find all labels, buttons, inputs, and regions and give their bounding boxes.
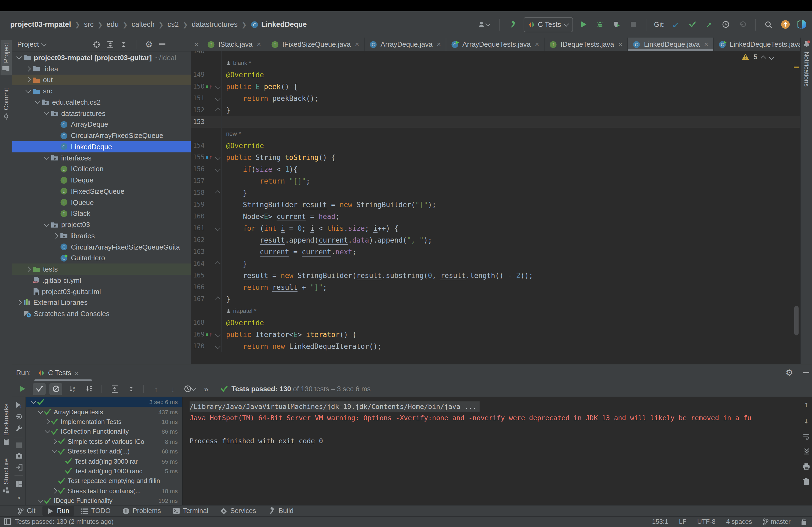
toolwindow-stripe-notifications[interactable]: Notifications — [803, 51, 810, 87]
editor-line[interactable]: 153 — [191, 116, 800, 128]
breadcrumb-item[interactable]: edu — [106, 20, 119, 28]
breadcrumb-item[interactable]: project03-rmpatel — [10, 20, 71, 28]
chevron-right-icon[interactable] — [26, 267, 31, 272]
fold-marker-icon[interactable] — [215, 84, 220, 89]
collapse-all-button[interactable] — [120, 41, 127, 48]
chevron-down-icon[interactable] — [38, 408, 43, 414]
chevron-down-icon[interactable] — [44, 154, 49, 160]
editor-line[interactable]: 156 if(size < 1){ — [191, 163, 800, 175]
scroll-to-end-button[interactable] — [803, 448, 810, 454]
tree-item[interactable]: src — [12, 86, 191, 97]
editor-line[interactable]: 164 } — [191, 258, 800, 269]
override-marker-icon[interactable] — [206, 156, 208, 159]
override-marker-icon[interactable] — [206, 333, 208, 336]
breadcrumb-item[interactable]: datastructures — [192, 20, 238, 28]
breadcrumb-item[interactable]: cs2 — [168, 20, 179, 28]
line-separator-widget[interactable]: LF — [679, 518, 686, 525]
toolwindow-button-problems[interactable]: Problems — [118, 506, 166, 516]
editor-line[interactable]: blank * — [191, 57, 800, 69]
debug-button[interactable] — [595, 18, 606, 30]
build-project-button[interactable] — [507, 18, 519, 30]
scroll-up-icon[interactable]: ↑ — [804, 400, 809, 408]
toolwindow-button-services[interactable]: Services — [215, 506, 261, 516]
editor-tab[interactable]: CArrayDequeTests.java× — [446, 37, 545, 51]
layout-settings-button[interactable] — [15, 481, 22, 487]
close-icon[interactable]: × — [437, 40, 441, 48]
chevron-down-icon[interactable] — [38, 497, 43, 502]
collapse-all-button[interactable] — [125, 383, 137, 395]
code-with-me-button[interactable] — [796, 18, 808, 30]
expand-all-button[interactable] — [108, 383, 121, 395]
fold-marker-icon[interactable] — [215, 107, 220, 113]
git-commit-button[interactable] — [686, 18, 698, 30]
editor-tab[interactable]: CLinkedDequeTests.java× — [714, 37, 812, 51]
editor-line[interactable]: riapatel * — [191, 305, 800, 317]
git-push-button[interactable]: ↗ — [703, 18, 715, 30]
indent-widget[interactable]: 4 spaces — [726, 518, 752, 525]
editor-tab[interactable]: IIFixedSizeQueue.java× — [266, 37, 365, 51]
rerun-tests-button[interactable] — [16, 383, 29, 395]
test-history-button[interactable] — [183, 383, 196, 395]
editor-line[interactable]: 150↑public E peek() { — [191, 80, 800, 92]
tree-item[interactable]: Scratches and Consoles — [12, 308, 191, 320]
coverage-button[interactable] — [611, 18, 623, 30]
tree-item[interactable]: IIStack — [12, 208, 191, 219]
hide-panel-button[interactable] — [803, 372, 809, 374]
tree-item[interactable]: interfaces — [12, 152, 191, 164]
notifications-bell-icon[interactable] — [803, 40, 810, 48]
tree-item[interactable]: project03 — [12, 219, 191, 230]
toolwindow-stripe-structure[interactable]: Structure — [1, 455, 12, 497]
chevron-right-icon[interactable] — [53, 233, 58, 239]
fold-marker-icon[interactable] — [215, 95, 220, 101]
fold-marker-icon[interactable] — [215, 154, 220, 160]
user-avatar-button[interactable] — [475, 18, 492, 30]
fold-marker-icon[interactable] — [215, 344, 220, 349]
toolwindow-stripe-project[interactable]: Project — [1, 40, 12, 75]
editor-line[interactable]: 157 return "[]"; — [191, 175, 800, 187]
code-editor[interactable]: 148blank *149@Override150↑public E peek(… — [191, 51, 800, 364]
tree-item[interactable]: IIDeque — [12, 175, 191, 186]
toolwindow-button-run[interactable]: Run — [42, 506, 74, 516]
fold-marker-icon[interactable] — [215, 296, 220, 302]
settings-button[interactable]: ⚙ — [785, 368, 793, 378]
toolwindow-button-todo[interactable]: TODO — [76, 506, 115, 516]
editor-line[interactable]: 163 current = current.next; — [191, 246, 800, 258]
close-icon[interactable]: × — [704, 40, 708, 48]
fold-marker-icon[interactable] — [215, 332, 220, 337]
run-console[interactable]: ↑↓ /Library/Java/JavaVirtualMachines/jdk… — [182, 397, 812, 506]
editor-line[interactable]: 160 Node<E> current = head; — [191, 210, 800, 222]
test-tree-item[interactable]: Implementation Tests10 ms — [26, 417, 182, 427]
chevron-down-icon[interactable] — [52, 448, 57, 453]
editor-line[interactable]: 158 } — [191, 187, 800, 199]
tree-item[interactable]: CLinkedDeque — [12, 141, 191, 152]
tree-item[interactable]: CArrayDeque — [12, 119, 191, 130]
more-actions-button[interactable]: » — [200, 383, 213, 395]
chevron-down-icon[interactable] — [16, 54, 22, 60]
local-history-button[interactable] — [720, 18, 731, 30]
override-marker-icon[interactable] — [206, 85, 208, 88]
editor-line[interactable]: new * — [191, 128, 800, 139]
editor-tab[interactable]: CArrayDeque.java× — [364, 37, 446, 51]
run-tab[interactable]: C Tests× — [39, 368, 78, 378]
editor-tab[interactable]: CLinkedDeque.java× — [628, 37, 713, 51]
close-icon[interactable]: × — [257, 40, 261, 48]
toolwindow-button-git[interactable]: Git — [13, 506, 40, 516]
chevron-down-icon[interactable] — [31, 398, 36, 404]
tree-item[interactable]: project03-rmpatel [project03-guitar]~/Id… — [12, 52, 191, 63]
test-tree-item[interactable]: 3 sec 6 ms — [26, 397, 182, 407]
editor-line[interactable]: 170 return new LinkedDequeIterator(); — [191, 340, 800, 352]
ide-update-button[interactable] — [779, 18, 791, 30]
soft-wrap-button[interactable] — [803, 434, 810, 439]
chevron-right-icon[interactable] — [52, 439, 57, 445]
scroll-down-icon[interactable]: ↓ — [804, 417, 809, 425]
editor-line[interactable]: 155↑public String toString() { — [191, 151, 800, 163]
project-panel-title-group[interactable]: Project — [17, 37, 46, 51]
tree-item[interactable]: out — [12, 74, 191, 86]
inspections-widget[interactable]: 5 — [742, 52, 773, 61]
fold-marker-icon[interactable] — [215, 190, 220, 195]
tree-item[interactable]: External Libraries — [12, 297, 191, 308]
close-icon[interactable]: × — [619, 40, 622, 48]
editor-line[interactable]: 151 return peekBack(); — [191, 92, 800, 104]
lock-icon[interactable] — [801, 518, 807, 525]
tree-item[interactable]: IIFixedSizeQueue — [12, 186, 191, 197]
